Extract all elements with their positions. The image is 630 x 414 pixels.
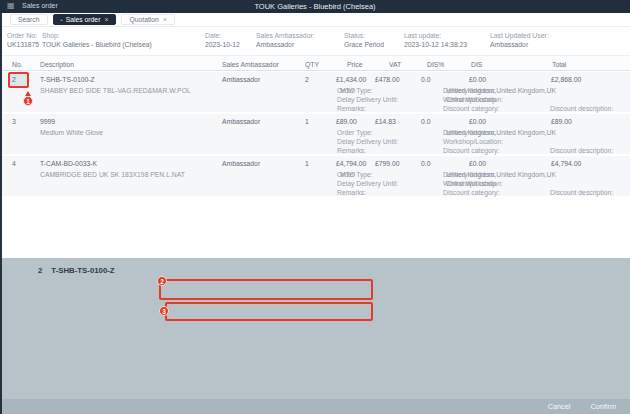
titlebar: ▦ Sales order TOUK Galleries - Bluebird … [0, 0, 630, 13]
row-ambassador: Ambassador [222, 76, 260, 83]
sales-ambassador-field: Sales Ambassador:Ambassador [256, 32, 315, 48]
cancel-button[interactable]: Cancel [548, 402, 571, 411]
col-description: Description [40, 61, 74, 68]
window-title: TOUK Galleries - Bluebird (Chelsea) [0, 2, 630, 11]
row-dis: £0.00 [469, 76, 486, 83]
order-lines-table: 2 T-SHB-TS-0100-Z SHABBY BED SIDE TBL-VA… [0, 72, 630, 198]
item-name: Medium White Glove [40, 129, 103, 136]
annotation-arrow [25, 91, 31, 96]
status-field: Status:Grace Period [344, 32, 384, 48]
row-dis-pct: 0.0 [421, 160, 430, 167]
table-row[interactable]: 2 T-SHB-TS-0100-Z SHABBY BED SIDE TBL-VA… [0, 72, 630, 114]
row-ambassador: Ambassador [222, 160, 260, 167]
last-update-field: Last update:2023-10-12 14:38:23 [404, 32, 467, 48]
row-qty: 1 [305, 160, 309, 167]
edited-item-label: 2T-SHB-TS-0100-Z [38, 266, 115, 275]
tab-sales-order[interactable]: •Sales order× [53, 14, 117, 25]
shop-field: Shop:TOUK Galleries - Bluebird (Chelsea) [42, 32, 152, 48]
order-no-field: Order No:UK131875 [7, 32, 39, 48]
row-price: £89.00 [336, 118, 357, 125]
row-vat: £799.00 [375, 160, 400, 167]
tab-bar: Search •Sales order× Quotation× [0, 13, 630, 27]
item-code: T-SHB-TS-0100-Z [40, 76, 95, 83]
row-vat: £14.83 [375, 118, 396, 125]
item-name: CAMBRIDGE BED UK SK 183X198 PEN.L.NAT [40, 171, 185, 178]
col-no: No. [12, 61, 23, 68]
col-vat: VAT [389, 61, 401, 68]
row-total: £2,868.00 [551, 76, 581, 83]
panel-footer: Cancel Confirm [0, 399, 630, 414]
col-price: Price [347, 61, 363, 68]
tab-quotation[interactable]: Quotation× [121, 14, 174, 25]
item-code: 9999 [40, 118, 55, 125]
col-total: Total [552, 61, 566, 68]
row-vat: £478.00 [375, 76, 400, 83]
item-code: T-CAM-BD-0033-K [40, 160, 97, 167]
row-total: £4,794.00 [551, 160, 581, 167]
tab-search[interactable]: Search [10, 14, 48, 25]
row-no: 2 [12, 76, 16, 83]
col-dis: DIS [471, 61, 482, 68]
table-row[interactable]: 4 T-CAM-BD-0033-K CAMBRIDGE BED UK SK 18… [0, 156, 630, 198]
row-price: £1,434.00 [336, 76, 366, 83]
row-dis: £0.00 [469, 160, 486, 167]
table-header: No. Description Sales Ambassador QTY Pri… [0, 55, 630, 71]
order-header: Order No:UK131875 Shop:TOUK Galleries - … [0, 27, 630, 55]
row-total: £89.00 [551, 118, 572, 125]
row-dis: £0.00 [469, 118, 486, 125]
row-no: 4 [12, 160, 16, 167]
window-left-edge [0, 13, 2, 414]
row-dis-pct: 0.0 [421, 118, 430, 125]
row-dis-pct: 0.0 [421, 76, 430, 83]
item-name: SHABBY BED SIDE TBL-VAG.RED&MAR.W.POL [40, 87, 191, 94]
row-price: £4,794.00 [336, 160, 366, 167]
col-dis-pct: DIS% [427, 61, 444, 68]
tab-dot-icon: • [61, 17, 63, 23]
table-row[interactable]: 3 9999 Medium White Glove Ambassador 1 £… [0, 114, 630, 156]
last-updated-user-field: Last Updated User:Ambassador [490, 32, 549, 48]
row-qty: 2 [305, 76, 309, 83]
row-qty: 1 [305, 118, 309, 125]
close-icon[interactable]: × [163, 16, 167, 23]
line-edit-panel: 2T-SHB-TS-0100-Z Qty - Unit Price - Disc… [0, 258, 630, 414]
close-icon[interactable]: × [104, 16, 108, 23]
date-field: Date:2023-10-12 [205, 32, 240, 48]
col-ambassador: Sales Ambassador [222, 61, 279, 68]
confirm-button[interactable]: Confirm [590, 402, 616, 411]
col-qty: QTY [305, 61, 319, 68]
row-no: 3 [12, 118, 16, 125]
row-ambassador: Ambassador [222, 118, 260, 125]
